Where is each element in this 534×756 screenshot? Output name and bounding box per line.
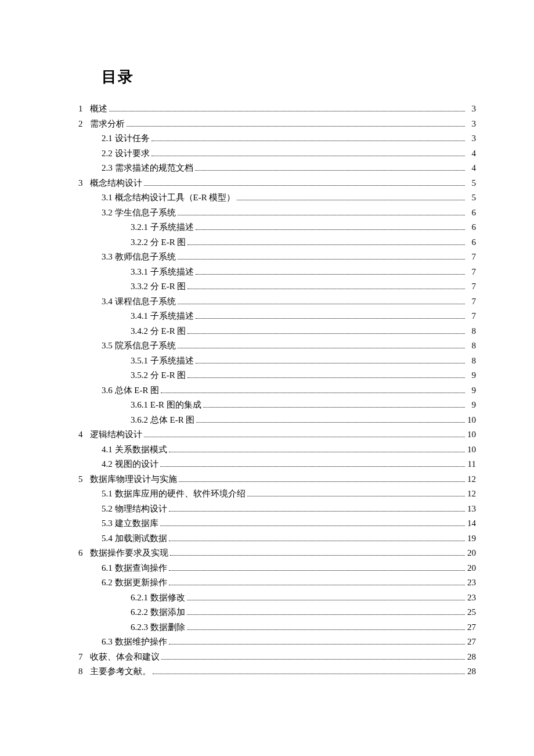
- toc-entry-label: 6.1 数据查询操作: [102, 561, 167, 576]
- toc-entry-page: 6: [467, 206, 476, 221]
- toc-entry-page: 4: [467, 161, 476, 176]
- toc-entry-page: 12: [467, 487, 476, 502]
- toc-entry: 6.1 数据查询操作20: [78, 561, 476, 576]
- toc-entry-label: 6.2.1 数据修改: [131, 591, 185, 606]
- toc-entry-number: 6.2: [102, 578, 113, 587]
- toc-entry-label: 5.2 物理结构设计: [102, 502, 167, 517]
- toc-entry: 3.1 概念结构设计工具（E-R 模型）5: [78, 190, 476, 206]
- toc-leader-dots: [196, 363, 465, 363]
- toc-entry-text: 数据添加: [150, 607, 185, 617]
- toc-entry-text: 数据更新操作: [115, 578, 167, 587]
- toc-entry-page: 20: [467, 561, 476, 576]
- toc-entry-text: 子系统描述: [150, 222, 194, 232]
- toc-entry-number: 5.3: [102, 519, 113, 528]
- toc-leader-dots: [144, 185, 465, 186]
- toc-entry-label: 1 概述: [78, 102, 107, 117]
- toc-leader-dots: [196, 422, 465, 423]
- toc-entry-text: 子系统描述: [150, 356, 194, 365]
- toc-entry-text: 设计任务: [115, 134, 150, 143]
- toc-entry-text: 分 E-R 图: [150, 370, 186, 380]
- toc-entry-number: 5.2: [102, 504, 113, 513]
- toc-entry-page: 27: [467, 635, 476, 650]
- toc-entry-page: 9: [467, 368, 476, 383]
- toc-entry-text: 关系数据模式: [115, 445, 167, 454]
- toc-entry: 3.6.2 总体 E-R 图10: [78, 413, 476, 428]
- toc-leader-dots: [196, 274, 465, 275]
- toc-entry-number: 3.3.2: [131, 282, 148, 291]
- toc-entry-number: 6.3: [102, 637, 113, 646]
- toc-entry-page: 5: [467, 176, 476, 191]
- toc-entry-page: 6: [467, 220, 476, 235]
- toc-leader-dots: [178, 259, 466, 260]
- toc-entry-text: 概念结构设计工具（E-R 模型）: [115, 193, 236, 202]
- toc-entry-label: 3.5.1 子系统描述: [131, 354, 194, 369]
- toc-leader-dots: [153, 674, 465, 674]
- toc-entry-page: 25: [467, 605, 476, 620]
- toc-entry-number: 8: [78, 664, 88, 679]
- toc-entry-page: 8: [467, 324, 476, 339]
- toc-entry-text: 总体 E-R 图: [115, 386, 160, 395]
- toc-entry-label: 3.2.2 分 E-R 图: [131, 235, 186, 250]
- toc-entry-number: 4: [78, 427, 88, 442]
- toc-entry-label: 5.1 数据库应用的硬件、软件环境介绍: [102, 487, 246, 502]
- toc-entry-number: 2: [78, 117, 88, 132]
- toc-entry: 3.5 院系信息子系统8: [78, 339, 476, 354]
- toc-leader-dots: [187, 614, 465, 615]
- toc-entry: 6.2 数据更新操作23: [78, 575, 476, 591]
- toc-entry-text: 设计要求: [115, 149, 150, 158]
- toc-entry: 3.5.1 子系统描述8: [78, 354, 476, 369]
- toc-entry-label: 3.3.2 分 E-R 图: [131, 279, 186, 294]
- toc-entry-number: 4.1: [102, 445, 113, 454]
- toc-entry-label: 6.3 数据维护操作: [102, 635, 167, 650]
- toc-entry-text: 数据修改: [150, 593, 185, 602]
- toc-leader-dots: [178, 304, 466, 304]
- toc-entry-page: 10: [467, 427, 476, 442]
- toc-leader-dots: [169, 585, 466, 585]
- toc-entry-label: 6.2.3 数据删除: [131, 620, 185, 635]
- toc-leader-dots: [169, 644, 466, 645]
- toc-entry-number: 3.3.1: [131, 267, 148, 276]
- toc-entry-label: 2 需求分析: [78, 117, 125, 132]
- toc-entry-label: 8 主要参考文献。: [78, 664, 151, 679]
- toc-entry-number: 5.4: [102, 534, 113, 543]
- toc-entry: 2.2 设计要求4: [78, 146, 476, 161]
- toc-entry-label: 6.2 数据更新操作: [102, 575, 167, 591]
- toc-entry-page: 12: [467, 472, 476, 487]
- toc-entry-number: 7: [78, 650, 88, 665]
- toc-leader-dots: [247, 496, 466, 496]
- toc-entry-text: 需求描述的规范文档: [115, 163, 193, 172]
- toc-entry-label: 3.3.1 子系统描述: [131, 265, 194, 280]
- toc-entry-text: 需求分析: [90, 119, 125, 128]
- toc-entry-text: 数据库应用的硬件、软件环境介绍: [115, 489, 246, 498]
- toc-entry-page: 23: [467, 575, 476, 591]
- toc-entry-page: 10: [467, 413, 476, 428]
- toc-entry-number: 3.4.1: [131, 311, 148, 321]
- toc-entry-number: 1: [78, 102, 88, 117]
- toc-leader-dots: [144, 437, 465, 437]
- toc-leader-dots: [169, 452, 466, 452]
- toc-entry-page: 7: [467, 309, 476, 324]
- toc-entry-number: 3.2.2: [131, 237, 148, 247]
- toc-entry: 2.1 设计任务3: [78, 131, 476, 146]
- toc-entry-page: 7: [467, 250, 476, 265]
- toc-entry-text: E-R 图的集成: [150, 400, 201, 409]
- toc-entry-text: 概述: [90, 104, 107, 113]
- toc-entry-label: 2.3 需求描述的规范文档: [102, 161, 193, 176]
- toc-leader-dots: [178, 215, 466, 215]
- toc-entry-number: 3.4.2: [131, 326, 148, 336]
- toc-entry-text: 总体 E-R 图: [150, 415, 195, 424]
- toc-entry-page: 27: [467, 620, 476, 635]
- toc-leader-dots: [196, 318, 465, 319]
- toc-entry-number: 6.2.3: [131, 622, 148, 632]
- toc-leader-dots: [195, 170, 466, 171]
- toc-entry-page: 8: [467, 339, 476, 354]
- toc-entry-text: 子系统描述: [150, 311, 194, 321]
- toc-entry-page: 3: [467, 117, 476, 132]
- toc-entry: 4.2 视图的设计11: [78, 457, 476, 472]
- toc-entry: 3 概念结构设计5: [78, 176, 476, 191]
- toc-entry-label: 3.6.1 E-R 图的集成: [131, 398, 201, 413]
- toc-entry: 3.4.2 分 E-R 图8: [78, 324, 476, 339]
- toc-entry: 6 数据操作要求及实现20: [78, 546, 476, 561]
- toc-entry: 3.3.2 分 E-R 图7: [78, 279, 476, 294]
- toc-entry-page: 5: [467, 190, 476, 206]
